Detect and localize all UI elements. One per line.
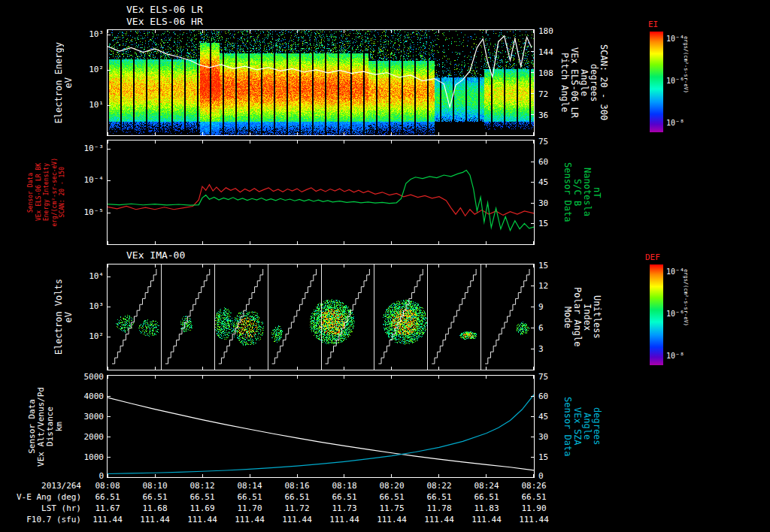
tick-label: 08:10 bbox=[132, 482, 178, 490]
axis-title-line: Sensor Data bbox=[28, 399, 36, 454]
panel3-right-axis-title: Mode Polar Angle Index Unitless bbox=[558, 264, 606, 370]
axis-title-line: eV bbox=[64, 312, 73, 322]
tick-label: 11.78 bbox=[416, 504, 462, 512]
tick-label: 10³ bbox=[51, 30, 104, 38]
panel1-title-hr: VEx ELS-06 HR bbox=[126, 17, 203, 26]
axis-title-line: km bbox=[55, 422, 63, 431]
tick-label: 10⁻⁴ bbox=[666, 35, 696, 43]
tick-label: 3000 bbox=[51, 413, 104, 421]
axis-title-line: Electron Energy bbox=[54, 42, 63, 123]
axis-title-line: VEx ELS-06 LR BK bbox=[35, 163, 43, 221]
panel2-right-axis-title: Sensor Data S/C B Nanotesla nT bbox=[558, 141, 606, 244]
tick-label: 144 bbox=[538, 48, 584, 56]
tick-label: 66.51 bbox=[511, 493, 557, 501]
tick-label: 15 bbox=[538, 261, 584, 270]
altitude-sza-canvas bbox=[108, 376, 534, 477]
tick-label: 12 bbox=[538, 282, 584, 290]
axis-title-line: SCAN: 20 - 300 bbox=[599, 44, 608, 120]
tick-label: 08:24 bbox=[463, 482, 510, 490]
tick-label: 10⁴ bbox=[51, 272, 104, 280]
tick-label: 11.67 bbox=[84, 504, 131, 512]
tick-label: 111.44 bbox=[226, 515, 273, 524]
tick-label: 111.44 bbox=[179, 515, 226, 524]
tick-label: 30 bbox=[538, 199, 584, 207]
tick-label: 3 bbox=[538, 345, 584, 353]
panel2-line-plot bbox=[107, 140, 535, 245]
els-spectrogram-canvas bbox=[108, 30, 534, 135]
tick-label: 08:16 bbox=[274, 482, 320, 490]
tick-label: 66.51 bbox=[132, 493, 178, 501]
vex-quicklook-plot-page: VEx ELS-06 LR VEx ELS-06 HR VEx IMA-00 E… bbox=[0, 0, 770, 532]
tick-label: 75 bbox=[538, 373, 584, 381]
tick-label: 66.51 bbox=[84, 493, 131, 501]
tick-label: V-E Ang (deg) bbox=[3, 493, 81, 501]
tick-label: 10⁻³ bbox=[51, 144, 104, 153]
tick-label: 180 bbox=[538, 27, 584, 35]
tick-label: 08:20 bbox=[368, 482, 415, 490]
tick-label: 6 bbox=[538, 324, 584, 332]
tick-label: 36 bbox=[538, 111, 584, 119]
tick-label: 66.51 bbox=[416, 493, 462, 501]
tick-label: 11.69 bbox=[179, 504, 226, 512]
tick-label: 10⁻⁴ bbox=[51, 176, 104, 184]
panel3-ima-spectrogram bbox=[107, 264, 535, 370]
tick-label: 10¹ bbox=[51, 101, 104, 109]
panel1-els-spectrogram bbox=[107, 29, 535, 136]
tick-label: 66.51 bbox=[179, 493, 226, 501]
tick-label: 08:12 bbox=[179, 482, 226, 490]
tick-label: 15 bbox=[538, 453, 584, 461]
axis-title-line: Unitless bbox=[593, 295, 602, 339]
tick-label: 10⁻⁶ bbox=[666, 310, 696, 318]
tick-label: 08:14 bbox=[226, 482, 273, 490]
panel4-left-axis-title: Sensor Data VEx Alt/Venus/Pd Distance km bbox=[21, 376, 69, 477]
axis-title-line: Nanotesla bbox=[583, 168, 592, 216]
tick-label: 30 bbox=[538, 433, 584, 441]
tick-label: 1000 bbox=[51, 453, 104, 461]
tick-label: 08:22 bbox=[416, 482, 462, 490]
tick-label: 10⁻⁵ bbox=[51, 208, 104, 216]
tick-label: 45 bbox=[538, 413, 584, 421]
axis-title-line: nT bbox=[593, 187, 602, 198]
axis-title-line: eV bbox=[64, 77, 73, 88]
tick-label: 60 bbox=[538, 392, 584, 401]
tick-label: 0 bbox=[538, 472, 584, 480]
axis-title-line: degrees bbox=[593, 407, 602, 446]
colorbar-ei bbox=[650, 32, 663, 132]
panel4-line-plot bbox=[107, 375, 535, 478]
tick-label: 45 bbox=[538, 178, 584, 186]
tick-label: 72 bbox=[538, 90, 584, 98]
panel4-right-axis-title: Sensor Data VEx SZA Angle degrees bbox=[558, 376, 606, 477]
panel2-left-axis-title: Sensor Data VEx ELS-06 LR BK Energy Inte… bbox=[27, 141, 66, 244]
tick-label: 10² bbox=[51, 332, 104, 340]
panel3-left-axis-title: Electron Volts eV bbox=[50, 264, 77, 370]
tick-label: 10² bbox=[51, 65, 104, 74]
axis-title-line: Energy Intensity bbox=[43, 163, 50, 221]
tick-label: LST (hr) bbox=[3, 504, 81, 512]
axis-title-line: Angle bbox=[583, 413, 592, 440]
tick-label: 08:08 bbox=[84, 482, 131, 490]
panel1-title-lr: VEx ELS-06 LR bbox=[126, 5, 203, 14]
tick-label: 08:26 bbox=[511, 482, 557, 490]
tick-label: 66.51 bbox=[368, 493, 415, 501]
tick-label: 111.44 bbox=[368, 515, 415, 524]
tick-label: 66.51 bbox=[463, 493, 510, 501]
tick-label: F10.7 (sfu) bbox=[3, 515, 81, 524]
panel1-left-axis-title: Electron Energy eV bbox=[50, 30, 77, 135]
tick-label: 111.44 bbox=[274, 515, 320, 524]
tick-label: 111.44 bbox=[416, 515, 462, 524]
axis-title-line: Pitch Angle bbox=[560, 53, 569, 112]
tick-label: 111.44 bbox=[463, 515, 510, 524]
tick-label: 75 bbox=[538, 138, 584, 146]
tick-label: 66.51 bbox=[321, 493, 368, 501]
axis-title-line: Polar Angle bbox=[573, 287, 582, 346]
axis-title-line: VEx ELS-06 LR bbox=[570, 47, 579, 118]
tick-label: 9 bbox=[538, 303, 584, 311]
axis-title-line: Sensor Data bbox=[563, 397, 572, 456]
tick-label: 2000 bbox=[51, 433, 104, 441]
tick-label: 10⁻⁸ bbox=[666, 119, 696, 127]
tick-label: 11.90 bbox=[511, 504, 557, 512]
panel3-title: VEx IMA-00 bbox=[126, 250, 185, 260]
axis-title-line: VEx Alt/Venus/Pd bbox=[37, 387, 45, 467]
ima-spectrogram-canvas bbox=[108, 264, 534, 370]
tick-label: 10⁻⁶ bbox=[666, 77, 696, 85]
